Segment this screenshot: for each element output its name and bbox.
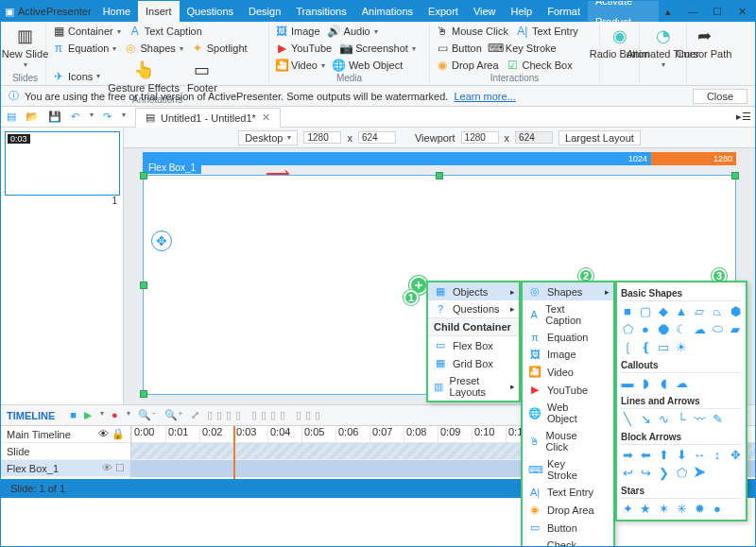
shape-triangle[interactable]: ▲ (675, 304, 688, 317)
slide-thumbnail[interactable]: 0:03 (5, 131, 120, 196)
image-button[interactable]: 🖼Image (273, 24, 322, 39)
submenu-check-box[interactable]: ☑Check Box (523, 537, 613, 547)
timeline-playhead[interactable] (233, 426, 235, 479)
submenu-image[interactable]: 🖼Image (523, 346, 613, 363)
shape-circle[interactable]: ● (639, 322, 652, 335)
open-file-icon[interactable]: 📂 (24, 111, 41, 123)
shape-plaque[interactable]: ▰ (729, 322, 742, 335)
tab-view[interactable]: View (466, 1, 504, 22)
shape-arrow[interactable]: ↘ (639, 412, 652, 425)
button-button[interactable]: ▭Button (434, 41, 484, 56)
shape-arrow-ud[interactable]: ↕ (711, 448, 724, 461)
undo-icon[interactable]: ↶ (69, 111, 81, 123)
shape-arrow-down[interactable]: ⬇ (675, 448, 688, 461)
minimize-icon[interactable]: — (683, 6, 702, 18)
canvas-width-input[interactable] (303, 131, 341, 144)
shape-trapezoid[interactable]: ⏢ (711, 304, 724, 317)
flex-box-label[interactable]: Flex Box_1 (143, 162, 201, 174)
timeline-zoom-out-icon[interactable]: 🔍⁻ (138, 409, 157, 421)
resize-handle-sw[interactable] (140, 390, 147, 398)
shape-arrow-up[interactable]: ⬆ (657, 448, 670, 461)
submenu-youtube[interactable]: ▶YouTube (523, 381, 613, 399)
canvas-height-input[interactable] (358, 131, 396, 144)
submenu-button[interactable]: ▭Button (523, 519, 613, 537)
shape-bracket[interactable]: ❲ (621, 340, 634, 353)
panel-toggle-icon[interactable]: ▸☰ (736, 111, 751, 123)
responsive-ruler[interactable]: 1024 1280 (143, 152, 736, 165)
submenu-text-caption[interactable]: AText Caption (523, 300, 613, 329)
shape-star5[interactable]: ★ (639, 502, 652, 515)
timeline-zoom-fit-icon[interactable]: ⤢ (191, 409, 199, 421)
menu-grid-box[interactable]: ▦Grid Box (428, 354, 519, 372)
shape-pill[interactable]: ⬭ (711, 322, 724, 335)
mouse-click-button[interactable]: 🖱Mouse Click (434, 24, 510, 39)
shape-moon[interactable]: ☾ (675, 322, 688, 335)
footer-button[interactable]: ▭Footer (185, 58, 219, 94)
submenu-key-stroke[interactable]: ⌨Key Stroke (523, 455, 613, 484)
maximize-icon[interactable]: ☐ (708, 6, 727, 18)
resize-handle-w[interactable] (140, 282, 147, 289)
tab-questions[interactable]: Questions (180, 1, 242, 22)
close-icon[interactable]: ✕ (732, 6, 751, 18)
shape-arrow-left[interactable]: ⬅ (639, 448, 652, 461)
key-stroke-button[interactable]: ⌨Key Stroke (488, 41, 558, 56)
viewport-width-input[interactable] (461, 131, 499, 144)
drop-area-button[interactable]: ◉Drop Area (434, 58, 501, 73)
shape-star16[interactable]: ● (711, 502, 724, 515)
move-handle-icon[interactable]: ✥ (151, 231, 172, 251)
shape-parallel[interactable]: ▱ (693, 304, 706, 317)
menu-flex-box[interactable]: ▭Flex Box (428, 336, 519, 354)
shape-arrow-bent[interactable]: ↩ (621, 466, 634, 479)
container-button[interactable]: ▦Container▾ (50, 24, 123, 39)
largest-layout-button[interactable]: Largest Layout (558, 130, 641, 145)
timeline-select[interactable]: Main Timeline👁 🔒 (1, 426, 130, 443)
shape-hexagon[interactable]: ⬢ (729, 304, 742, 317)
submenu-drop-area[interactable]: ◉Drop Area (523, 501, 613, 519)
track-slide[interactable]: Slide (1, 443, 130, 460)
shape-line[interactable]: ╲ (621, 412, 634, 425)
shape-arrow-quad[interactable]: ✥ (729, 448, 742, 461)
shape-callout-round[interactable]: ◗ (639, 376, 652, 389)
submenu-equation[interactable]: πEquation (523, 329, 613, 346)
submenu-shapes[interactable]: ◎Shapes▸ (523, 282, 613, 300)
new-slide-button[interactable]: ▥New Slide▾ (0, 24, 50, 70)
check-box-button[interactable]: ☑Check Box (505, 58, 575, 73)
shape-rect[interactable]: ■ (621, 304, 634, 317)
shape-pentagon[interactable]: ⬠ (621, 322, 634, 335)
audio-button[interactable]: 🔊Audio▾ (326, 24, 380, 39)
shape-callout-cloud[interactable]: ☁ (675, 376, 688, 389)
cursor-path-button[interactable]: ➦Cursor Path (675, 24, 734, 60)
shape-arrow-uturn[interactable]: ↪ (639, 466, 652, 479)
shape-arrow-right[interactable]: ➡ (621, 448, 634, 461)
submenu-mouse-click[interactable]: 🖱Mouse Click (523, 427, 613, 455)
document-tab[interactable]: ▤ Untitled1 - Untitled1* ✕ (135, 108, 281, 128)
shape-arrow-notch[interactable]: ⮞ (693, 466, 706, 479)
learn-more-link[interactable]: Learn more... (454, 91, 515, 102)
menu-questions[interactable]: ?Questions▸ (428, 300, 519, 317)
submenu-text-entry[interactable]: A|Text Entry (523, 484, 613, 501)
shape-sun[interactable]: ☀ (675, 340, 688, 353)
shape-frame[interactable]: ▭ (657, 340, 670, 353)
resize-handle-nw[interactable] (140, 172, 147, 179)
menu-objects[interactable]: ▦Objects▸ (428, 282, 519, 300)
shape-scribble[interactable]: ✎ (711, 412, 724, 425)
shape-star6[interactable]: ✶ (657, 502, 670, 515)
redo-icon[interactable]: ↷ (101, 111, 113, 123)
tab-home[interactable]: Home (95, 1, 138, 22)
tab-help[interactable]: Help (504, 1, 541, 22)
shape-curve[interactable]: ∿ (657, 412, 670, 425)
tab-transitions[interactable]: Transitions (288, 1, 353, 22)
ribbon-collapse-icon[interactable]: ▴ (659, 6, 678, 18)
text-caption-button[interactable]: AText Caption (127, 24, 204, 39)
tab-insert[interactable]: Insert (138, 1, 180, 22)
submenu-video[interactable]: 🎦Video (523, 363, 613, 381)
shape-star4[interactable]: ✦ (621, 502, 634, 515)
submenu-web-object[interactable]: 🌐Web Object (523, 399, 613, 427)
youtube-button[interactable]: ▶YouTube (273, 41, 334, 56)
tab-design[interactable]: Design (241, 1, 288, 22)
tab-export[interactable]: Export (421, 1, 466, 22)
shape-cloud[interactable]: ☁ (693, 322, 706, 335)
menu-preset-layouts[interactable]: ▥Preset Layouts▸ (428, 372, 519, 401)
timeline-play-icon[interactable]: ▶ (84, 409, 92, 421)
timeline-zoom-in-icon[interactable]: 🔍⁺ (164, 409, 183, 421)
